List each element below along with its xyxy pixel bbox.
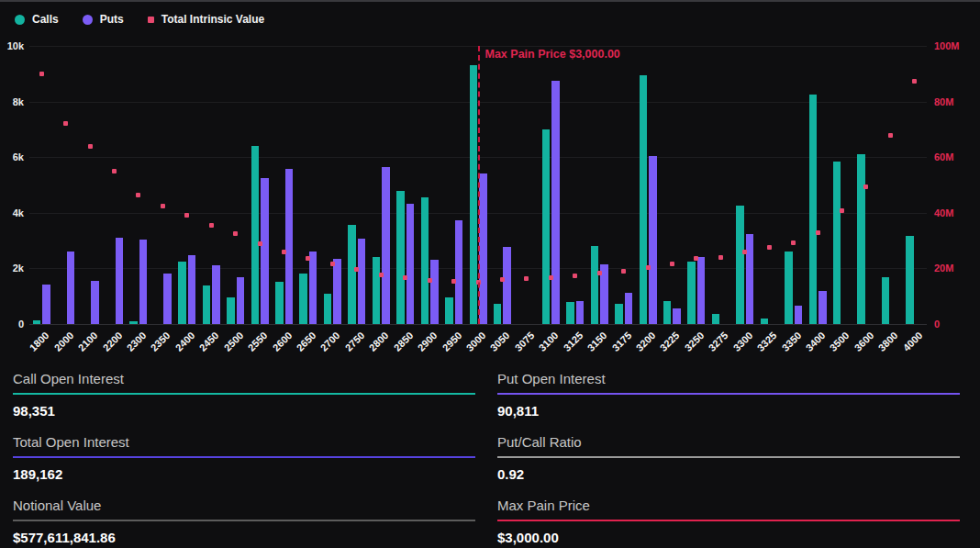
call-bar-2450[interactable] xyxy=(203,285,211,324)
put-bar-2600[interactable] xyxy=(285,169,294,324)
put-bar-2400[interactable] xyxy=(188,255,196,324)
intrinsic-dot-3325[interactable] xyxy=(767,245,772,250)
call-bar-2700[interactable] xyxy=(324,294,332,324)
put-bar-3175[interactable] xyxy=(625,293,633,324)
put-bar-3225[interactable] xyxy=(673,308,681,324)
call-bar-3100[interactable] xyxy=(542,129,551,324)
call-bar-2400[interactable] xyxy=(178,262,186,324)
call-bar-3325[interactable] xyxy=(761,319,769,324)
call-bar-2950[interactable] xyxy=(445,297,453,324)
intrinsic-dot-3225[interactable] xyxy=(670,262,674,266)
call-bar-3500[interactable] xyxy=(833,162,841,324)
put-bar-3000[interactable] xyxy=(479,173,487,324)
put-bar-2800[interactable] xyxy=(382,167,390,324)
intrinsic-dot-2200[interactable] xyxy=(112,169,117,173)
intrinsic-dot-4000[interactable] xyxy=(912,79,917,84)
intrinsic-dot-3075[interactable] xyxy=(524,276,529,281)
intrinsic-dot-2350[interactable] xyxy=(161,204,165,208)
intrinsic-dot-2750[interactable] xyxy=(354,267,359,272)
call-bar-3050[interactable] xyxy=(494,304,502,324)
intrinsic-dot-3800[interactable] xyxy=(888,133,893,138)
put-bar-2850[interactable] xyxy=(406,204,415,324)
put-bar-2650[interactable] xyxy=(309,252,317,324)
call-bar-2500[interactable] xyxy=(227,297,235,324)
intrinsic-dot-3250[interactable] xyxy=(694,256,698,261)
call-bar-2800[interactable] xyxy=(373,257,381,324)
call-bar-3600[interactable] xyxy=(857,154,865,324)
intrinsic-dot-3200[interactable] xyxy=(646,265,651,270)
call-bar-3300[interactable] xyxy=(736,206,744,324)
put-bar-3300[interactable] xyxy=(746,234,754,324)
intrinsic-dot-3275[interactable] xyxy=(718,255,723,260)
put-bar-3400[interactable] xyxy=(819,291,827,324)
intrinsic-dot-2900[interactable] xyxy=(428,278,432,283)
put-bar-2300[interactable] xyxy=(139,240,148,324)
put-bar-2200[interactable] xyxy=(116,238,124,324)
intrinsic-dot-3500[interactable] xyxy=(840,208,844,213)
put-bar-3125[interactable] xyxy=(576,301,585,324)
intrinsic-dot-2950[interactable] xyxy=(451,279,456,284)
put-bar-1800[interactable] xyxy=(42,285,50,324)
intrinsic-dot-3175[interactable] xyxy=(621,269,626,274)
call-bar-3200[interactable] xyxy=(640,75,648,324)
intrinsic-dot-3125[interactable] xyxy=(573,274,577,278)
intrinsic-dot-3150[interactable] xyxy=(597,271,602,275)
intrinsic-dot-3100[interactable] xyxy=(549,275,553,280)
intrinsic-dot-2300[interactable] xyxy=(136,193,140,197)
put-bar-3100[interactable] xyxy=(551,81,560,324)
intrinsic-dot-3300[interactable] xyxy=(742,250,747,254)
call-bar-3150[interactable] xyxy=(591,246,599,324)
call-bar-3275[interactable] xyxy=(712,314,720,325)
call-bar-3225[interactable] xyxy=(663,301,672,324)
intrinsic-dot-2700[interactable] xyxy=(330,262,335,266)
intrinsic-dot-2650[interactable] xyxy=(306,256,310,261)
call-bar-3000[interactable] xyxy=(470,65,478,324)
call-bar-3250[interactable] xyxy=(687,262,696,324)
call-bar-2750[interactable] xyxy=(348,225,356,324)
intrinsic-dot-3350[interactable] xyxy=(791,240,796,245)
put-bar-3200[interactable] xyxy=(649,156,657,324)
call-bar-1800[interactable] xyxy=(33,320,41,324)
call-bar-2550[interactable] xyxy=(251,146,260,324)
put-bar-2550[interactable] xyxy=(261,178,269,324)
put-bar-2450[interactable] xyxy=(212,265,220,324)
call-bar-2300[interactable] xyxy=(129,321,138,324)
put-bar-3250[interactable] xyxy=(697,257,706,324)
intrinsic-dot-2000[interactable] xyxy=(63,121,68,126)
intrinsic-dot-3050[interactable] xyxy=(500,277,505,282)
intrinsic-dot-2600[interactable] xyxy=(282,250,286,254)
call-bar-2600[interactable] xyxy=(275,282,284,324)
put-bar-2750[interactable] xyxy=(358,239,366,324)
intrinsic-dot-3400[interactable] xyxy=(816,230,820,235)
put-bar-2500[interactable] xyxy=(237,277,245,324)
call-bar-3400[interactable] xyxy=(809,95,818,324)
put-bar-3350[interactable] xyxy=(795,306,803,324)
call-bar-3175[interactable] xyxy=(615,304,623,324)
call-bar-4000[interactable] xyxy=(906,236,914,324)
call-bar-3800[interactable] xyxy=(882,277,890,325)
call-bar-3125[interactable] xyxy=(566,302,574,324)
put-bar-2950[interactable] xyxy=(455,220,463,324)
intrinsic-dot-2450[interactable] xyxy=(209,223,214,228)
put-bar-2350[interactable] xyxy=(163,274,172,324)
put-bar-2000[interactable] xyxy=(67,252,75,324)
put-bar-2100[interactable] xyxy=(91,281,99,324)
intrinsic-dot-2400[interactable] xyxy=(184,213,189,218)
call-bar-3350[interactable] xyxy=(785,252,793,324)
call-bar-2900[interactable] xyxy=(421,197,429,324)
intrinsic-dot-2850[interactable] xyxy=(403,275,407,280)
intrinsic-dot-1800[interactable] xyxy=(39,72,44,76)
legend-item-total-intrinsic-value[interactable]: Total Intrinsic Value xyxy=(148,13,264,26)
intrinsic-dot-2800[interactable] xyxy=(379,273,384,277)
intrinsic-dot-2500[interactable] xyxy=(233,231,238,236)
intrinsic-dot-3600[interactable] xyxy=(863,185,868,189)
put-bar-3050[interactable] xyxy=(503,247,511,324)
put-bar-2700[interactable] xyxy=(333,259,341,325)
put-bar-2900[interactable] xyxy=(430,260,439,324)
call-bar-2650[interactable] xyxy=(299,274,307,324)
intrinsic-dot-2550[interactable] xyxy=(258,241,262,246)
legend-item-puts[interactable]: Puts xyxy=(83,13,124,26)
intrinsic-dot-2100[interactable] xyxy=(88,144,93,149)
call-bar-2850[interactable] xyxy=(396,191,405,324)
legend-item-calls[interactable]: Calls xyxy=(15,13,59,26)
